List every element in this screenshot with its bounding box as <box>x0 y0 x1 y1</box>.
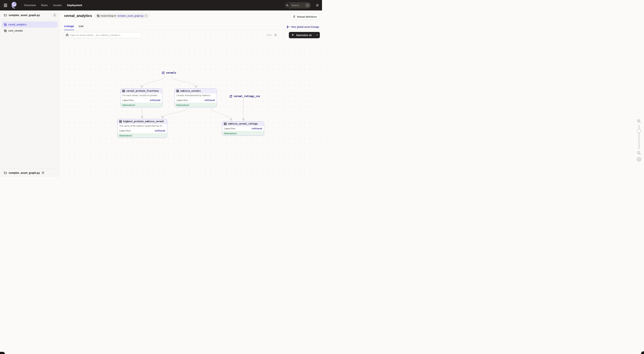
reload-location-icon[interactable] <box>145 15 147 17</box>
nav-item-runs[interactable]: Runs <box>41 4 48 7</box>
asset-node-header: nabisco_cereals <box>174 89 217 93</box>
code-location-name: complex_asset_graph.py <box>9 14 52 17</box>
view-global-asset-lineage-link[interactable]: View global asset lineage <box>287 26 319 28</box>
run-id-link[interactable]: b495ded6 <box>204 99 215 102</box>
top-navbar: Overview Runs Assets Deployment / ⚙ <box>0 0 322 11</box>
nav-item-assets[interactable]: Assets <box>53 4 62 7</box>
table-icon <box>224 122 226 125</box>
asset-selector-icon <box>66 34 69 37</box>
asset-subset-input[interactable] <box>70 34 139 37</box>
folder-icon <box>4 14 7 17</box>
global-lineage-label: View global asset lineage <box>291 26 319 28</box>
sparkle-icon <box>291 34 294 37</box>
footer-code-location-name: complex_asset_graph.py <box>9 171 40 174</box>
sidebar-items: cereal_analytics core_cereals <box>0 20 59 35</box>
asset-subset-filter[interactable] <box>64 32 141 38</box>
sidebar-item-cereal-analytics[interactable]: cereal_analytics <box>2 22 58 28</box>
materialized-status-badge: Materialized <box>174 103 217 107</box>
run-id-link[interactable]: b495ded6 <box>150 99 160 102</box>
asset-group-icon <box>4 29 7 32</box>
external-asset-label: cereal_ratings_csv <box>234 95 260 98</box>
sidebar-item-core-cereals[interactable]: core_cereals <box>2 28 58 34</box>
latest-run-row: Latest Run b495ded6 <box>118 128 167 133</box>
asset-node-header: cereal_protein_fractions <box>120 89 162 93</box>
asset-name: highest_protein_nabisco_cereal <box>123 120 164 123</box>
materialized-status-badge: Materialized <box>120 103 162 107</box>
asset-lineage-graph[interactable]: 0:22 Materialize all cereals <box>60 30 322 177</box>
materialized-status-badge: Materialized <box>222 131 264 135</box>
context-prefix: Asset Group in <box>101 15 116 17</box>
asset-group-header: cereal_analytics Asset Group in complex_… <box>60 11 322 30</box>
main-content: cereal_analytics Asset Group in complex_… <box>60 11 322 177</box>
asset-name: nabisco_cereals <box>180 89 201 92</box>
search-input[interactable] <box>291 4 304 7</box>
sidebar-footer: complex_asset_graph.py <box>0 168 59 177</box>
asset-node-highest-protein-nabisco-cereal[interactable]: highest_protein_nabisco_cereal The name … <box>117 119 167 138</box>
reload-icon <box>293 15 296 18</box>
run-id-link[interactable]: b495ded6 <box>155 129 165 132</box>
nav-item-deployment[interactable]: Deployment <box>67 4 82 7</box>
global-search[interactable]: / <box>284 2 311 9</box>
table-icon <box>122 90 125 92</box>
external-link-icon <box>230 95 232 98</box>
page-title: cereal_analytics <box>64 14 92 18</box>
materialized-status-badge: Materialized <box>118 133 167 138</box>
asset-group-icon <box>97 15 100 17</box>
asset-group-count-badge: 2 <box>52 13 57 17</box>
asset-description: For each cereal, records its protein ... <box>120 93 162 98</box>
latest-run-label: Latest Run <box>176 99 188 102</box>
latest-run-label: Latest Run <box>119 129 131 132</box>
asset-node-header: highest_protein_nabisco_cereal <box>118 119 167 124</box>
code-location-link[interactable]: complex_asset_graph.py <box>118 15 144 17</box>
title-row: cereal_analytics Asset Group in complex_… <box>64 13 150 18</box>
materialize-all-main[interactable]: Materialize all <box>289 32 314 38</box>
asset-description: Cereals manufactured by Nabisco <box>174 93 217 98</box>
asset-group-context-pill: Asset Group in complex_asset_graph.py <box>95 13 150 18</box>
asset-description: The name of the nabisco cereal that has … <box>118 124 167 128</box>
asset-node-nabisco-cereals[interactable]: nabisco_cereals Cereals manufactured by … <box>174 88 217 107</box>
materialize-all-button[interactable]: Materialize all <box>289 32 320 38</box>
search-icon <box>284 2 290 9</box>
sidebar-code-location[interactable]: complex_asset_graph.py 2 <box>0 11 59 20</box>
table-icon <box>119 120 122 123</box>
asset-node-header: nabisco_cereal_ratings <box>222 121 264 126</box>
run-id-link[interactable]: b495ded6 <box>252 127 262 130</box>
latest-run-label: Latest Run <box>122 99 134 102</box>
latest-run-row: Latest Run b495ded6 <box>120 98 162 103</box>
hamburger-menu-icon[interactable] <box>2 0 9 11</box>
external-asset-label: cereals <box>166 71 176 74</box>
refresh-timer-area: 0:22 <box>267 32 277 38</box>
external-asset-cereal-ratings-csv[interactable]: cereal_ratings_csv <box>230 95 260 98</box>
asset-name: cereal_protein_fractions <box>126 89 159 92</box>
latest-run-label: Latest Run <box>224 127 235 130</box>
latest-run-row: Latest Run b495ded6 <box>174 98 217 103</box>
reload-definitions-label: Reload definitions <box>297 15 317 18</box>
nav-item-overview[interactable]: Overview <box>24 4 36 7</box>
external-link-icon <box>162 71 164 74</box>
reload-definitions-button[interactable]: Reload definitions <box>290 14 320 20</box>
nav-links: Overview Runs Assets Deployment <box>24 4 82 7</box>
refresh-countdown: 0:22 <box>267 34 272 37</box>
table-icon <box>176 90 179 92</box>
refresh-icon[interactable] <box>274 34 277 37</box>
latest-run-row: Latest Run b495ded6 <box>222 126 264 131</box>
folder-icon <box>4 171 7 174</box>
asset-group-icon <box>4 23 7 26</box>
gear-icon[interactable]: ⚙ <box>314 0 321 11</box>
materialize-dropdown-caret[interactable] <box>314 32 320 38</box>
sidebar-item-label: core_cereals <box>8 29 23 32</box>
tab-list[interactable]: List <box>79 25 84 30</box>
asset-name: nabisco_cereal_ratings <box>228 122 258 125</box>
sidebar: complex_asset_graph.py 2 cereal_analytic… <box>0 11 60 177</box>
reload-location-icon[interactable] <box>42 171 44 174</box>
dagster-logo-icon[interactable] <box>10 1 17 9</box>
asset-node-nabisco-cereal-ratings[interactable]: nabisco_cereal_ratings Latest Run b495de… <box>222 121 264 136</box>
external-asset-cereals[interactable]: cereals <box>162 71 176 74</box>
materialize-all-label: Materialize all <box>296 34 312 37</box>
tab-lineage[interactable]: Lineage <box>64 25 74 30</box>
asset-node-cereal-protein-fractions[interactable]: cereal_protein_fractions For each cereal… <box>120 88 162 107</box>
tabs: Lineage List <box>64 25 84 30</box>
sidebar-item-label: cereal_analytics <box>8 23 26 26</box>
lineage-icon <box>287 26 290 28</box>
search-shortcut-badge: / <box>306 4 310 7</box>
